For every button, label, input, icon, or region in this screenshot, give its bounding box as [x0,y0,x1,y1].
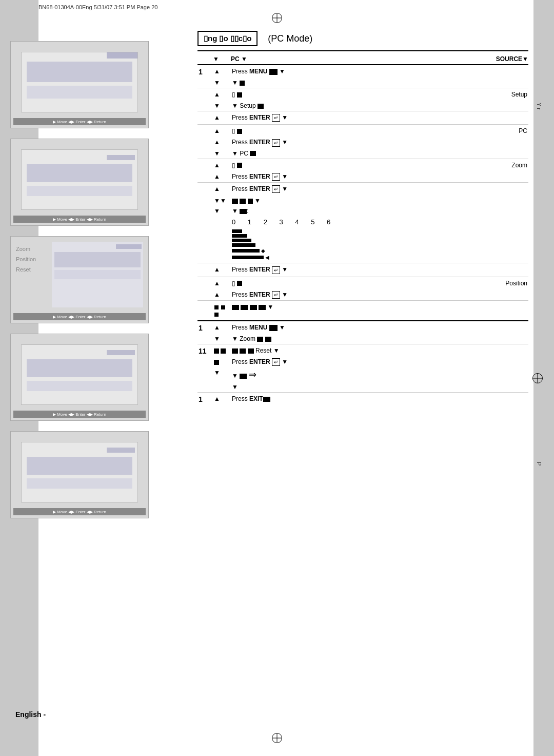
highlight-4 [107,350,135,355]
step-zoom-detail-c-icon: ▼ [213,206,231,216]
instr-row-pc-a: ▲ ▯ PC [197,125,528,138]
instr-row-reset-c: ▼ ▼ ⇒ [197,367,528,382]
step-zoom-b-num [197,171,213,183]
step-exit-text: Press EXIT [231,393,487,406]
screenshot-bottombar-1: ▶ Move ◀▶ Enter ◀▶ Return [13,118,146,125]
step-zoom-detail-a-text: Press ENTER ↵ ▼ [231,182,487,196]
step-enter2-icon: ▲ [213,263,231,277]
step-zoom-detail-c-num [197,206,213,216]
step-enter2-label [487,263,528,277]
step-setup-b-label [487,101,528,111]
menu-display-3 [54,252,141,267]
instr-row-zoom-detail-a: ▲ Press ENTER ↵ ▼ [197,182,528,196]
screenshot-bottombar-2: ▶ Move ◀▶ Enter ◀▶ Return [13,216,146,223]
step-1a-icon: ▲ [213,65,231,77]
instr-row-zoom-a: ▲ ▯ Zoom [197,159,528,171]
step-zoom-a-text: ▯ [231,159,487,171]
step-pos-a-text: ▯ [231,277,487,289]
title-prefix: ▯ng ▯o ▯▯c▯o [204,34,251,43]
submenu-5 [27,478,132,489]
step-pc-b-icon: ▲ [213,137,231,148]
instr-row-pos-arrows: ▼ [197,300,528,321]
highlight-3 [116,244,142,249]
instr-row-menu-zoom-b: ▼ ▼ Zoom [197,334,528,344]
left-panel: ▶ Move ◀▶ Enter ◀▶ Return ▶ Move ◀▶ Ente… [0,26,159,734]
step-zoom-num [197,159,213,171]
instr-row-zoom-detail-c: ▼ ▼ : [197,206,528,216]
instr-row-1b: ▼ ▼ [197,77,528,88]
step-zoom-detail-b-text: ▼ [231,196,487,206]
screenshot-box-3: Zoom Position Reset ▶ Move ◀▶ Enter ◀▶ R… [10,236,149,323]
instr-row-1a: 1 ▲ Press MENU ▼ [197,65,528,77]
instr-row-reset-b: Press ENTER ↵ ▼ [197,357,528,367]
scale-label [487,216,528,228]
step-pos-a-label: Position [487,277,528,289]
step-setup-a-label: Setup [487,88,528,101]
step-setup-a-icon: ▲ [213,88,231,101]
instr-row-zoom-detail-b: ▼▼ ▼ [197,196,528,206]
col-header-num [197,55,213,63]
zoom-label-position: Position [16,255,36,265]
step-zoom-detail-c-text: ▼ : [231,206,487,216]
step-zoom-a-label: Zoom [487,159,528,171]
scale-text: 0 1 2 3 4 5 6 [231,216,487,228]
step-pos-b-text: Press ENTER ↵ ▼ [231,289,487,301]
step-menu-zoom-b-label [487,334,528,344]
step-exit-icon: ▲ [213,393,231,406]
step-pos-b-num [197,289,213,301]
step-reset-c-icon: ▼ [213,367,231,382]
right-instruction-panel: ▯ng ▯o ▯▯c▯o (PC Mode) ▼ PC ▼ SOURCE▼ 1 … [197,31,528,406]
screenshot-box-4: ▶ Move ◀▶ Enter ◀▶ Return [10,334,149,421]
instr-row-setup-b: ▼ ▼ Setup [197,101,528,111]
reg-mark-mid [532,373,543,383]
reg-mark-bottom [272,733,282,743]
instr-row-scale: 0 1 2 3 4 5 6 [197,216,528,228]
instr-row-setup-a: ▲ ▯ Setup [197,88,528,101]
title-row: ▯ng ▯o ▯▯c▯o (PC Mode) [197,31,528,51]
step-pc-b-text: Press ENTER ↵ ▼ [231,137,487,148]
step-menu-zoom-a-text: Press MENU ▼ [231,321,487,334]
step-pc-a-label: PC [487,125,528,138]
highlight-bar-1 [107,52,137,59]
step-exit-num: 1 [197,393,213,406]
zoom-bar-3 [232,239,486,242]
instr-row-zoom-b: ▲ Press ENTER ↵ ▼ [197,171,528,183]
step-enter1-label [487,111,528,125]
step-reset-num: 11 [197,344,213,392]
screenshot-box-1: ▶ Move ◀▶ Enter ◀▶ Return [10,41,149,128]
step-reset-b-label [487,357,528,367]
step-menu-zoom-a-icon: ▲ [213,321,231,334]
screenshot-inner-4 [21,344,138,405]
menu-display-5 [27,457,132,475]
zoom-bar-2 [232,234,486,238]
step-zoom-detail-num [197,182,213,196]
step-pc-c-icon: ▼ [213,148,231,159]
step-menu-zoom-num: 1 [197,321,213,344]
zoom-bars-content: ◆ ◀ [231,228,487,263]
step-reset-b-text: Press ENTER ↵ ▼ [231,357,487,367]
step-zoom-b-text: Press ENTER ↵ ▼ [231,171,487,183]
screenshot-bottombar-5: ▶ Move ◀▶ Enter ◀▶ Return [13,508,146,515]
side-note-y: Y r [536,103,542,110]
step-setup-b-icon: ▼ [213,101,231,111]
menu-display-4 [27,359,132,377]
instr-row-enter1: ▲ Press ENTER ↵ ▼ [197,111,528,125]
column-headers: ▼ PC ▼ SOURCE▼ [197,54,528,65]
step-reset-d-icon [213,382,231,393]
step-1b-label [487,77,528,88]
english-label: English - [15,710,46,719]
step-zoom-detail-a-icon: ▲ [213,182,231,196]
step-reset-d-text: ▼ [231,382,487,393]
title-box: ▯ng ▯o ▯▯c▯o [197,31,258,46]
screenshot-inner-5 [21,442,138,502]
instr-row-pc-c: ▼ ▼ PC [197,148,528,159]
pc-mode-label: (PC Mode) [268,33,312,44]
step-pc-a-text: ▯ [231,125,487,138]
step-zoom-detail-b-icon: ▼▼ [213,196,231,206]
screenshot-bottombar-4: ▶ Move ◀▶ Enter ◀▶ Return [13,411,146,418]
step-reset-a-text: Reset ▼ [231,344,487,357]
instr-row-menu-zoom-a: 1 ▲ Press MENU ▼ [197,321,528,334]
submenu-3 [54,270,141,279]
col-header-source: SOURCE▼ [308,55,528,63]
screenshot-bottombar-3: ▶ Move ◀▶ Enter ◀▶ Return [13,313,146,320]
